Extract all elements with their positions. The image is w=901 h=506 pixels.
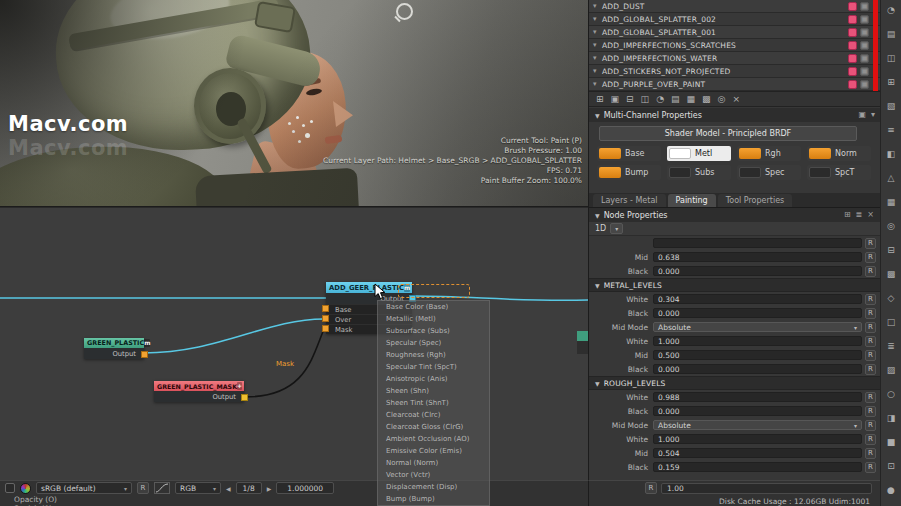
reset-button[interactable]: R [865, 350, 876, 361]
panel-menu-icon[interactable]: ≣ [856, 211, 863, 219]
shader-model-select[interactable]: Shader Model - Principled BRDF [599, 126, 857, 141]
layer-row[interactable]: ▾ADD_IMPERFECTIONS_WATER▦ [589, 52, 881, 65]
chevron-down-icon[interactable]: ▾ [593, 2, 602, 10]
exposure-field[interactable]: 1.000000 [276, 482, 334, 494]
value-slider[interactable]: 0.159 [653, 462, 862, 472]
layer-row[interactable]: ▾ADD_IMPERFECTIONS_SCRATCHES▦ [589, 39, 881, 52]
value-slider[interactable]: 0.500 [653, 350, 862, 360]
merge-layers-icon[interactable]: ▤ [671, 95, 680, 104]
layer-row[interactable]: ▾ADD_DUST▦ [589, 0, 881, 13]
swatch-icon[interactable] [5, 483, 15, 493]
layer-scrollbar-thumb[interactable] [873, 0, 878, 91]
layer-mask-thumbnail[interactable]: ▦ [860, 28, 869, 37]
output-port[interactable] [141, 351, 148, 358]
chevron-down-icon[interactable]: ▾ [593, 15, 602, 23]
delete-layer-icon[interactable]: × [732, 95, 740, 104]
reset-button[interactable]: R [865, 238, 876, 249]
layer-row[interactable]: ▾ADD_STICKERS_NOT_PROJECTED▦ [589, 65, 881, 78]
layer-mask-thumbnail[interactable]: ▦ [860, 15, 869, 24]
colorspace-reset-button[interactable]: R [137, 482, 149, 494]
channel-toggle-spec[interactable]: Spec [737, 165, 801, 180]
mask-input-port[interactable] [322, 325, 329, 332]
reset-button[interactable]: R [865, 266, 876, 277]
reset-button[interactable]: R [865, 392, 876, 403]
layer-color-swatch[interactable] [848, 80, 857, 89]
pin-panel-icon[interactable]: ⊞ [844, 211, 851, 219]
channel-toggle-norm[interactable]: Norm [807, 146, 871, 161]
menu-item-base-color-base[interactable]: Base Color (Base) [378, 301, 489, 313]
value-slider[interactable]: 0.000 [653, 364, 862, 374]
menu-item-emissive-color-emis[interactable]: Emissive Color (Emis) [378, 445, 489, 457]
menu-item-clearcoat-clrc[interactable]: Clearcoat (Clrc) [378, 409, 489, 421]
value-slider[interactable]: 1.000 [653, 434, 862, 444]
menu-item-displacement-disp[interactable]: Displacement (Disp) [378, 481, 489, 493]
layer-color-swatch[interactable] [848, 2, 857, 11]
channels-icon[interactable]: ≡ [885, 124, 898, 137]
layer-mask-thumbnail[interactable]: ▦ [860, 41, 869, 50]
viewport-gizmo-icon[interactable] [396, 3, 413, 20]
menu-item-vector-vctr[interactable]: Vector (Vctr) [378, 469, 489, 481]
channel-mode-select[interactable]: RGB ▾ [175, 482, 221, 494]
colorspace-select[interactable]: sRGB (default) ▾ [36, 482, 132, 494]
collapse-icon[interactable]: ⊟ [885, 244, 898, 257]
texture-set-icon[interactable]: ▩ [885, 268, 898, 281]
mip-prev-icon[interactable]: ◀ [226, 485, 231, 492]
color-wheel-icon[interactable] [20, 483, 31, 494]
reset-button[interactable]: R [865, 294, 876, 305]
menu-item-anisotropic-anis[interactable]: Anisotropic (Anis) [378, 373, 489, 385]
node-header[interactable]: GREEN_PLASTIC_MASK + [154, 381, 244, 391]
chevron-down-icon[interactable]: ▾ [593, 28, 602, 36]
wireframe-icon[interactable]: ⊞ [885, 76, 898, 89]
reset-button[interactable]: R [865, 336, 876, 347]
output-port[interactable] [241, 394, 248, 401]
node-header[interactable]: GREEN_PLASTIC m [84, 338, 144, 348]
layer-color-swatch[interactable] [848, 15, 857, 24]
menu-item-metallic-metl[interactable]: Metallic (Metl) [378, 313, 489, 325]
new-folder-icon[interactable]: ▣ [611, 95, 620, 104]
channel-toggle-base[interactable]: Base [597, 146, 661, 161]
reset-button[interactable]: R [865, 252, 876, 263]
chevron-down-icon[interactable]: ▾ [593, 41, 602, 49]
list-icon[interactable]: ≣ [885, 340, 898, 353]
record-icon[interactable]: ● [885, 484, 898, 497]
value-slider[interactable]: 1.00 [661, 483, 872, 494]
collapse-panel-icon[interactable]: ▾ [871, 111, 875, 119]
layer-mask-thumbnail[interactable]: ▦ [860, 2, 869, 11]
value-slider[interactable]: 0.000 [653, 266, 862, 276]
layer-row[interactable]: ▾ADD_GLOBAL_SPLATTER_001▦ [589, 26, 881, 39]
menu-item-subsurface-subs[interactable]: Subsurface (Subs) [378, 325, 489, 337]
gradient-icon[interactable]: ◇ [885, 292, 898, 305]
node-properties-header[interactable]: ▼ Node Properties ⊞≣× [589, 208, 880, 222]
node-partial-right-edge[interactable] [577, 331, 588, 354]
curve-icon[interactable] [154, 482, 170, 494]
value-slider[interactable]: 1.000 [653, 336, 862, 346]
value-slider[interactable]: 0.988 [653, 392, 862, 402]
base-input-port[interactable] [322, 305, 329, 312]
tab-layers-metal[interactable]: Layers - Metal [593, 194, 666, 207]
multi-channel-properties-header[interactable]: ▼ Multi-Channel Properties ▣▾ [589, 108, 881, 122]
node-green-plastic-mask[interactable]: GREEN_PLASTIC_MASK + Output [154, 381, 244, 402]
layer-row[interactable]: ▾ADD_PURPLE_OVER_PAINT▦ [589, 78, 881, 91]
shadow-icon[interactable]: ◫ [885, 52, 898, 65]
projection-icon[interactable]: ◔ [885, 4, 898, 17]
tab-painting[interactable]: Painting [668, 194, 716, 207]
value-slider[interactable]: 0.638 [653, 252, 862, 262]
reset-button[interactable]: R [865, 406, 876, 417]
reset-button[interactable]: R [865, 322, 876, 333]
pattern-icon[interactable]: ▨ [885, 364, 898, 377]
reset-button[interactable]: R [865, 420, 876, 431]
layer-color-swatch[interactable] [848, 28, 857, 37]
value-slider[interactable]: 0.000 [653, 308, 862, 318]
layer-mask-thumbnail[interactable]: ▦ [860, 54, 869, 63]
section-header-rough-levels[interactable]: ▼ROUGH_LEVELS [589, 376, 880, 390]
chevron-down-icon[interactable]: ▾ [593, 54, 602, 62]
sync-layers-icon[interactable]: ◎ [718, 95, 726, 104]
menu-item-sheen-tint-shnt[interactable]: Sheen Tint (ShnT) [378, 397, 489, 409]
channel-toggle-metl[interactable]: Metl [667, 146, 731, 161]
menu-item-roughness-rgh[interactable]: Roughness (Rgh) [378, 349, 489, 361]
menu-item-ambient-occlusion-ao[interactable]: Ambient Occlusion (AO) [378, 433, 489, 445]
mode-dropdown[interactable]: Absolute▾ [653, 420, 862, 430]
value-slider[interactable]: 0.000 [653, 406, 862, 416]
section-header-metal-levels[interactable]: ▼METAL_LEVELS [589, 278, 880, 292]
viewport-3d[interactable]: Macv.com Macv.com Current Tool: Paint (P… [0, 0, 588, 207]
